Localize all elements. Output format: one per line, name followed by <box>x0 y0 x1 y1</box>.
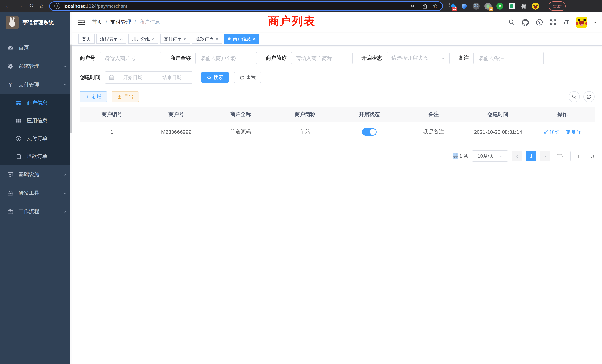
status-select-placeholder: 请选择开启状态 <box>391 55 428 62</box>
dashboard-icon <box>6 45 15 51</box>
search-button[interactable]: 搜索 <box>201 72 229 83</box>
key-icon[interactable] <box>410 3 417 9</box>
page-size-value: 10条/页 <box>478 153 494 159</box>
tab-close-icon[interactable]: × <box>253 37 255 41</box>
sidebar-item-app-info[interactable]: 应用信息 <box>0 112 72 130</box>
sidebar-menu: 首页 系统管理 ¥ 支付管理 商户信息 <box>0 39 72 221</box>
add-button[interactable]: ＋ 新增 <box>80 91 107 102</box>
sidebar-scrollbar[interactable] <box>70 12 72 364</box>
help-icon[interactable]: ? <box>536 19 542 26</box>
sidebar: 芋道管理系统 首页 系统管理 ¥ 支付管理 <box>0 12 72 364</box>
browser-home-icon[interactable]: ⌂ <box>40 3 43 9</box>
toolbox-icon <box>6 190 15 196</box>
page-size-select[interactable]: 10条/页 <box>472 150 508 162</box>
sidebar-item-pay-order[interactable]: ¥ 支付订单 <box>0 130 72 148</box>
reset-button[interactable]: 重置 <box>234 72 261 83</box>
sidebar-item-system[interactable]: 系统管理 <box>0 57 72 76</box>
sidebar-item-merchant[interactable]: 商户信息 <box>0 94 72 112</box>
browser-back-icon[interactable]: ← <box>5 3 11 9</box>
sidebar-collapse-icon[interactable] <box>78 19 85 25</box>
tab-pay-order[interactable]: 支付订单× <box>160 34 190 44</box>
tab-home[interactable]: 首页 <box>78 34 95 44</box>
sidebar-item-home[interactable]: 首页 <box>0 39 72 57</box>
refresh-cycle-icon <box>586 94 592 99</box>
fullscreen-icon[interactable] <box>549 19 556 26</box>
tab-process-form[interactable]: 流程表单× <box>96 34 126 44</box>
extension-recorder-icon[interactable]: 1 <box>484 2 492 10</box>
sidebar-item-refund-order[interactable]: 退款订单 <box>0 148 72 165</box>
profile-avatar-icon[interactable] <box>532 2 539 10</box>
refresh-table-button[interactable] <box>583 91 595 102</box>
breadcrumb-home[interactable]: 首页 <box>92 19 102 26</box>
toggle-search-button[interactable] <box>569 91 580 102</box>
tab-merchant-info[interactable]: 商户信息× <box>224 34 259 44</box>
plus-icon: ＋ <box>85 93 90 100</box>
avatar-caret-icon[interactable]: ▾ <box>594 20 596 24</box>
tab-user-group[interactable]: 用户分组× <box>128 34 158 44</box>
extensions-puzzle-icon[interactable] <box>520 2 527 10</box>
breadcrumb-separator: / <box>106 19 107 26</box>
tab-close-icon[interactable]: × <box>216 37 218 41</box>
tab-refund-order[interactable]: 退款订单× <box>192 34 222 44</box>
trash-icon <box>566 129 570 134</box>
merchant-table: 商户编号 商户号 商户全称 商户简称 开启状态 备注 创建时间 操作 1 <box>80 107 595 142</box>
tab-close-icon[interactable]: × <box>120 37 123 41</box>
browser-reload-icon[interactable]: ↻ <box>29 3 34 9</box>
tab-close-icon[interactable]: × <box>184 37 186 41</box>
breadcrumb-section[interactable]: 支付管理 <box>110 19 131 26</box>
font-size-icon[interactable]: TT <box>563 19 569 25</box>
refresh-icon <box>239 75 244 80</box>
tab-label: 支付订单 <box>164 36 182 42</box>
sidebar-item-workflow[interactable]: 工作流程 <box>0 202 72 221</box>
extension-command-icon[interactable]: ⌘ <box>473 2 480 10</box>
page-1-button[interactable]: 1 <box>526 151 536 161</box>
prev-page-button[interactable]: ‹ <box>512 151 522 161</box>
pencil-icon <box>543 129 548 134</box>
short-name-label: 商户简称 <box>266 55 287 62</box>
yen-icon: ¥ <box>6 82 15 88</box>
sidebar-item-dev-tools[interactable]: 研发工具 <box>0 184 72 202</box>
extension-drop-icon[interactable] <box>461 2 468 10</box>
remark-input[interactable] <box>473 52 544 64</box>
browser-forward-icon[interactable]: → <box>17 3 23 9</box>
th-merchant-no: 商户号 <box>144 107 208 122</box>
screen: ← → ↻ ⌂ i localhost:1024/pay/merchant ☆ … <box>0 0 602 364</box>
sidebar-item-label: 退款订单 <box>27 153 47 160</box>
next-page-button[interactable]: › <box>540 151 550 161</box>
scrollbar-thumb[interactable] <box>70 44 72 133</box>
short-name-input[interactable] <box>291 52 353 64</box>
app-logo-rabbit <box>6 16 19 29</box>
github-icon[interactable] <box>522 19 529 26</box>
extension-chat-icon[interactable] <box>508 2 515 10</box>
pagination: 共 1 条 10条/页 ‹ 1 › 前往 页 <box>80 150 595 162</box>
edit-link[interactable]: 修改 <box>543 129 559 135</box>
th-actions: 操作 <box>530 107 595 122</box>
search-icon[interactable] <box>508 19 515 26</box>
bookmark-star-icon[interactable]: ☆ <box>433 3 438 9</box>
th-status: 开启状态 <box>337 107 401 122</box>
user-avatar[interactable] <box>576 17 587 28</box>
status-toggle[interactable] <box>362 128 377 136</box>
merchant-no-input[interactable] <box>100 52 161 64</box>
th-short-name: 商户简称 <box>273 107 337 122</box>
page-content: 商户号 商户全称 商户简称 开启状态 请选择开启状态 <box>72 46 602 364</box>
extension-y-icon[interactable]: y <box>496 2 503 10</box>
chevron-down-icon <box>441 56 445 60</box>
app-logo-row[interactable]: 芋道管理系统 <box>0 12 72 33</box>
share-icon[interactable] <box>422 3 428 9</box>
chrome-update-button[interactable]: 更新 <box>549 1 566 11</box>
goto-page-input[interactable] <box>570 151 586 161</box>
delete-link[interactable]: 删除 <box>566 129 581 135</box>
tab-close-icon[interactable]: × <box>152 37 155 41</box>
browser-menu-icon[interactable]: ⋮ <box>572 3 577 9</box>
site-info-icon[interactable]: i <box>54 3 60 9</box>
sidebar-item-infra[interactable]: 基础设施 <box>0 165 72 184</box>
extension-diamond-icon[interactable]: 10 <box>449 2 456 10</box>
url-path: :1024/pay/merchant <box>85 3 127 9</box>
create-time-range-picker[interactable]: 开始日期 - 结束日期 <box>105 71 192 84</box>
full-name-input[interactable] <box>195 52 257 64</box>
address-bar[interactable]: i localhost:1024/pay/merchant ☆ <box>49 1 443 11</box>
sidebar-item-payment[interactable]: ¥ 支付管理 <box>0 76 72 94</box>
export-button[interactable]: 导出 <box>112 91 139 102</box>
status-select[interactable]: 请选择开启状态 <box>387 52 450 64</box>
